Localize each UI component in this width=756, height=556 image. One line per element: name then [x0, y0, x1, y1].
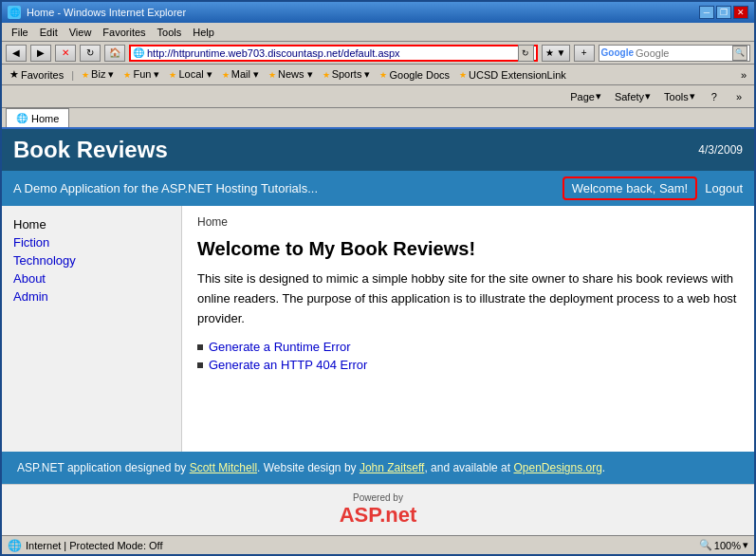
- help-button[interactable]: ?: [705, 88, 724, 105]
- zoom-arrow: ▾: [743, 539, 748, 551]
- fav-fun[interactable]: ★Fun ▾: [120, 66, 163, 83]
- powered-by-text: Powered by: [9, 492, 747, 503]
- search-go-button[interactable]: 🔍: [732, 46, 747, 61]
- favorites-label: Favorites: [21, 69, 64, 81]
- star-icon: ★: [9, 68, 19, 81]
- menu-view[interactable]: View: [64, 25, 98, 40]
- favorites-button[interactable]: ★ Favorites: [6, 66, 67, 83]
- welcome-badge: Welcome back, Sam!: [562, 176, 698, 200]
- site-date: 4/3/2009: [698, 143, 743, 157]
- minimize-button[interactable]: ─: [699, 6, 714, 19]
- zoom-icon: 🔍: [699, 539, 712, 551]
- content-area: Home Welcome to My Book Reviews! This si…: [182, 206, 754, 452]
- footer-text-before-scott: ASP.NET application designed by: [17, 461, 190, 474]
- site-subheader: A Demo Application for the ASP.NET Hosti…: [2, 171, 754, 206]
- status-right: 🔍 100% ▾: [699, 539, 748, 551]
- extend-button[interactable]: »: [729, 88, 748, 105]
- close-button[interactable]: ✕: [733, 6, 748, 19]
- safety-button[interactable]: Safety ▾: [611, 88, 655, 104]
- home-button[interactable]: 🏠: [104, 45, 125, 62]
- tab-label: Home: [31, 113, 59, 124]
- address-input[interactable]: [147, 47, 518, 59]
- bullet-icon: [197, 362, 203, 368]
- content-heading: Welcome to My Book Reviews!: [197, 238, 739, 260]
- content-paragraph: This site is designed to mimic a simple …: [197, 269, 739, 328]
- aspnet-footer: Powered by ASP.net: [2, 484, 754, 535]
- footer-text-end: .: [602, 461, 605, 474]
- favorites-star[interactable]: ★ ▼: [542, 45, 570, 62]
- status-left: 🌐 Internet | Protected Mode: Off: [8, 539, 163, 552]
- status-text: Internet | Protected Mode: Off: [26, 540, 163, 551]
- sidebar-item-technology[interactable]: Technology: [13, 253, 170, 268]
- forward-button[interactable]: ▶: [30, 45, 51, 62]
- refresh-small-button[interactable]: ↻: [518, 45, 534, 62]
- page-icon: 🌐: [133, 47, 144, 58]
- fav-sports[interactable]: ★Sports ▾: [319, 66, 375, 83]
- breadcrumb: Home: [197, 215, 739, 229]
- fav-extend[interactable]: »: [737, 67, 750, 83]
- window-title: Home - Windows Internet Explorer: [27, 7, 186, 18]
- tab-icon: 🌐: [16, 113, 28, 123]
- sidebar-item-home[interactable]: Home: [13, 217, 170, 232]
- aspnet-suffix: .net: [379, 503, 416, 527]
- link-runtime-error[interactable]: Generate a Runtime Error: [197, 340, 739, 354]
- back-button[interactable]: ◀: [6, 45, 27, 62]
- footer-opendesigns-link[interactable]: OpenDesigns.org: [513, 461, 601, 474]
- menu-help[interactable]: Help: [187, 25, 220, 40]
- footer-text-after: , and available at: [424, 461, 513, 474]
- page-label: Page: [570, 91, 595, 102]
- menu-file[interactable]: File: [6, 25, 34, 40]
- help-label: ?: [711, 91, 717, 102]
- zoom-control[interactable]: 🔍 100% ▾: [699, 539, 748, 551]
- tab-home[interactable]: 🌐 Home: [6, 108, 69, 127]
- ie-icon: 🌐: [8, 6, 21, 19]
- fav-biz[interactable]: ★Biz ▾: [78, 66, 118, 83]
- link-404-error[interactable]: Generate an HTTP 404 Error: [197, 358, 739, 372]
- tools-label: Tools: [664, 91, 689, 102]
- site-header: Book Reviews 4/3/2009: [2, 129, 754, 171]
- site-footer: ASP.NET application designed by Scott Mi…: [2, 452, 754, 484]
- search-input[interactable]: [636, 47, 730, 59]
- aspnet-logo: ASP.net: [9, 503, 747, 528]
- zoom-level: 100%: [714, 540, 741, 551]
- aspnet-prefix: ASP: [340, 503, 379, 527]
- footer-text-before-john: . Website design by: [257, 461, 360, 474]
- footer-john-link[interactable]: John Zaitseff: [360, 461, 424, 474]
- fav-mail[interactable]: ★Mail ▾: [218, 66, 263, 83]
- 404-error-link[interactable]: Generate an HTTP 404 Error: [209, 358, 367, 372]
- safety-label: Safety: [615, 91, 644, 102]
- footer-scott-link[interactable]: Scott Mitchell: [190, 461, 257, 474]
- search-logo: Google: [601, 47, 634, 58]
- logout-link[interactable]: Logout: [705, 181, 743, 195]
- fav-local[interactable]: ★Local ▾: [165, 66, 215, 83]
- refresh-button[interactable]: ↻: [80, 45, 101, 62]
- welcome-area: Welcome back, Sam! Logout: [562, 176, 743, 200]
- globe-icon: 🌐: [8, 539, 22, 552]
- sidebar: Home Fiction Technology About Admin: [2, 206, 182, 452]
- sidebar-item-fiction[interactable]: Fiction: [13, 235, 170, 250]
- sidebar-item-admin[interactable]: Admin: [13, 289, 170, 304]
- menu-edit[interactable]: Edit: [34, 25, 64, 40]
- add-tab[interactable]: +: [574, 45, 595, 62]
- restore-button[interactable]: ❐: [716, 6, 731, 19]
- tools-button[interactable]: Tools ▾: [660, 88, 699, 104]
- site-tagline: A Demo Application for the ASP.NET Hosti…: [13, 181, 318, 195]
- sidebar-item-about[interactable]: About: [13, 271, 170, 286]
- fav-google-docs[interactable]: ★Google Docs: [376, 67, 453, 83]
- site-title: Book Reviews: [13, 137, 168, 163]
- menu-tools[interactable]: Tools: [152, 25, 188, 40]
- page-button[interactable]: Page ▾: [566, 88, 605, 104]
- stop-button[interactable]: ✕: [55, 45, 76, 62]
- fav-news[interactable]: ★News ▾: [265, 66, 317, 83]
- runtime-error-link[interactable]: Generate a Runtime Error: [209, 340, 351, 354]
- fav-ucsd[interactable]: ★UCSD ExtensionLink: [455, 67, 570, 83]
- bullet-icon: [197, 344, 203, 350]
- menu-favorites[interactable]: Favorites: [97, 25, 151, 40]
